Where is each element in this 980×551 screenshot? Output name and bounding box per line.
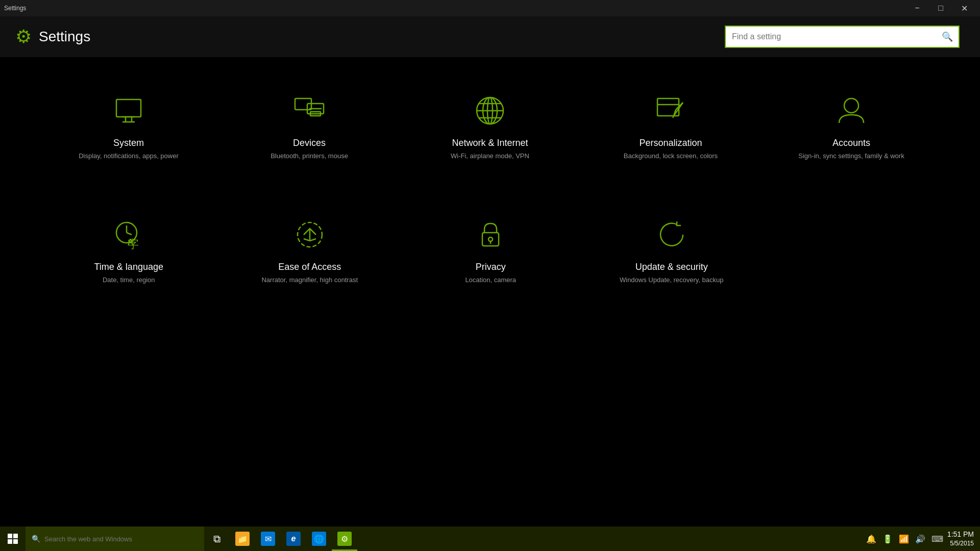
time-name: Time & language [94, 262, 163, 272]
taskbar-search-icon: 🔍 [32, 535, 40, 543]
personalization-desc: Background, lock screen, colors [624, 152, 718, 161]
svg-line-24 [127, 233, 132, 235]
ease-desc: Narrator, magnifier, high contrast [261, 276, 358, 285]
setting-privacy[interactable]: Privacy Location, camera [403, 202, 579, 295]
settings-grid-row2: 字 A Time & language Date, time, region E… [41, 202, 760, 295]
time-icon: 字 A [112, 217, 145, 253]
privacy-name: Privacy [476, 262, 506, 272]
ie-icon: e [286, 532, 301, 546]
header: ⚙ Settings 🔍 [0, 16, 980, 57]
task-view-button[interactable]: ⧉ [204, 527, 230, 551]
taskbar-apps: ⧉ 📁 ✉ e 🌐 ⚙ [204, 527, 357, 551]
settings-taskbar-icon: ⚙ [337, 532, 352, 546]
update-icon [655, 217, 688, 253]
privacy-desc: Location, camera [465, 276, 516, 285]
setting-time[interactable]: 字 A Time & language Date, time, region [41, 202, 217, 295]
personalization-name: Personalization [639, 138, 702, 148]
taskbar-clock: 1:51 PM 5/5/2015 [947, 530, 974, 548]
taskbar-right: 🔔 🔋 📶 🔊 ⌨ 1:51 PM 5/5/2015 [866, 527, 980, 551]
taskbar-search-input[interactable] [44, 535, 198, 543]
network-desc: Wi-Fi, airplane mode, VPN [451, 152, 529, 161]
svg-text:A: A [128, 238, 134, 246]
svg-point-30 [488, 237, 493, 241]
settings-button[interactable]: ⚙ [332, 527, 357, 551]
accounts-desc: Sign-in, sync settings, family & work [798, 152, 904, 161]
devices-desc: Bluetooth, printers, mouse [271, 152, 348, 161]
setting-ease[interactable]: Ease of Access Narrator, magnifier, high… [222, 202, 398, 295]
header-left: ⚙ Settings [15, 26, 90, 47]
privacy-icon [474, 217, 507, 253]
start-button[interactable] [0, 527, 26, 551]
mail-button[interactable]: ✉ [255, 527, 281, 551]
ie-button[interactable]: e [281, 527, 306, 551]
system-desc: Display, notifications, apps, power [79, 152, 179, 161]
title-bar-left: Settings [4, 5, 26, 12]
search-button[interactable]: 🔍 [936, 26, 959, 48]
settings-grid-row1: System Display, notifications, apps, pow… [41, 78, 939, 171]
network-name: Network & Internet [452, 138, 528, 148]
globe-icon: 🌐 [312, 532, 326, 546]
accounts-icon [835, 93, 868, 129]
time-desc: Date, time, region [103, 276, 155, 285]
svg-point-21 [844, 98, 859, 113]
windows-logo-icon [8, 534, 18, 544]
keyboard-icon: ⌨ [932, 534, 943, 544]
setting-personalization[interactable]: Personalization Background, lock screen,… [583, 78, 758, 171]
ease-name: Ease of Access [278, 262, 341, 272]
maximize-button[interactable]: □ [929, 0, 952, 16]
update-name: Update & security [635, 262, 708, 272]
battery-icon: 🔋 [883, 534, 893, 544]
main-content: System Display, notifications, apps, pow… [0, 57, 980, 315]
task-view-icon: ⧉ [213, 533, 220, 545]
app-title: Settings [39, 29, 90, 45]
clock-date: 5/5/2015 [947, 539, 974, 548]
notification-icon: 🔔 [866, 534, 876, 544]
wifi-icon: 📶 [899, 534, 909, 544]
search-box[interactable]: 🔍 [725, 26, 960, 48]
globe-button[interactable]: 🌐 [306, 527, 332, 551]
setting-accounts[interactable]: Accounts Sign-in, sync settings, family … [764, 78, 939, 171]
accounts-name: Accounts [832, 138, 870, 148]
system-icon [112, 93, 145, 129]
ease-icon [293, 217, 326, 253]
gear-logo-icon: ⚙ [15, 26, 32, 47]
setting-system[interactable]: System Display, notifications, apps, pow… [41, 78, 216, 171]
devices-icon [293, 93, 326, 129]
title-bar-title: Settings [4, 5, 26, 12]
setting-network[interactable]: Network & Internet Wi-Fi, airplane mode,… [402, 78, 578, 171]
clock-time: 1:51 PM [947, 530, 974, 540]
title-bar-controls: − □ ✕ [905, 0, 976, 16]
taskbar: 🔍 ⧉ 📁 ✉ e 🌐 ⚙ 🔔 🔋 📶 🔊 ⌨ [0, 527, 980, 551]
search-input[interactable] [726, 32, 936, 41]
svg-rect-29 [482, 233, 499, 246]
setting-devices[interactable]: Devices Bluetooth, printers, mouse [222, 78, 397, 171]
volume-icon: 🔊 [915, 534, 925, 544]
network-icon [474, 93, 506, 129]
personalization-icon [654, 93, 687, 129]
close-button[interactable]: ✕ [952, 0, 976, 16]
minimize-button[interactable]: − [905, 0, 929, 16]
taskbar-search[interactable]: 🔍 [26, 527, 204, 551]
file-explorer-button[interactable]: 📁 [230, 527, 255, 551]
setting-update[interactable]: Update & security Windows Update, recove… [584, 202, 760, 295]
system-name: System [113, 138, 144, 148]
mail-icon: ✉ [261, 532, 275, 546]
svg-rect-0 [116, 99, 141, 117]
system-tray-icons: 🔔 🔋 📶 🔊 ⌨ [866, 534, 943, 544]
devices-name: Devices [293, 138, 326, 148]
file-explorer-icon: 📁 [235, 532, 250, 546]
title-bar: Settings − □ ✕ [0, 0, 980, 16]
update-desc: Windows Update, recovery, backup [620, 276, 724, 285]
